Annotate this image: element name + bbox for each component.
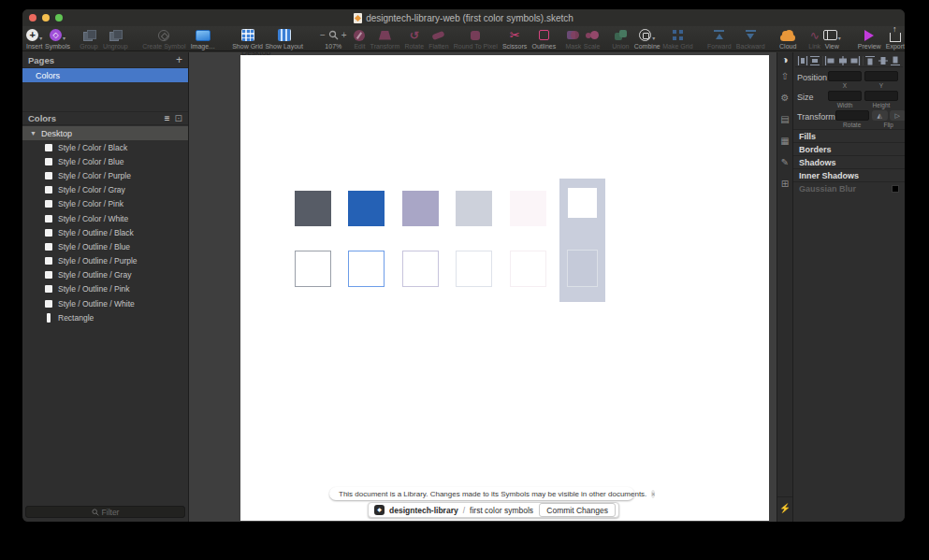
layer-item[interactable]: Style / Color / Gray xyxy=(22,183,188,197)
add-page-button[interactable]: + xyxy=(176,54,182,65)
toolbar-insert-button[interactable]: +▾ Insert xyxy=(26,28,43,50)
combine-icon xyxy=(639,29,651,41)
position-x-input[interactable] xyxy=(828,71,862,81)
toolbar-scissors-button[interactable]: ✂ Scissors xyxy=(502,28,527,50)
width-label: Width xyxy=(837,102,853,108)
swatch-color-purple[interactable] xyxy=(402,191,439,226)
swatch-color-gray[interactable] xyxy=(456,191,492,226)
zoom-in-button[interactable]: + xyxy=(341,31,347,40)
flip-vertical-button[interactable]: ▷ xyxy=(890,110,905,121)
toolbar-export-label: Export xyxy=(886,43,905,50)
page-item-colors[interactable]: Colors xyxy=(22,68,188,82)
shadows-section-header[interactable]: Shadows xyxy=(793,155,905,168)
swatch-outline-black[interactable] xyxy=(295,251,331,287)
align-bottom-icon[interactable] xyxy=(890,55,901,66)
layer-item[interactable]: Style / Color / Pink xyxy=(22,197,188,211)
rectangle-shape-icon xyxy=(47,313,51,323)
notes-icon[interactable]: ▤ xyxy=(777,114,792,124)
symbol-bar-top-square[interactable] xyxy=(568,188,597,218)
distribute-vertically-icon[interactable] xyxy=(809,55,820,66)
insert-artboard-icon[interactable]: ⊡ xyxy=(175,113,182,123)
symbol-bar[interactable] xyxy=(559,179,605,302)
align-left-icon[interactable] xyxy=(824,55,835,66)
toolbar-image-button[interactable]: Image… xyxy=(191,28,215,50)
layer-item[interactable]: Style / Outline / Gray xyxy=(22,268,188,282)
layer-item[interactable]: Style / Outline / Pink xyxy=(22,282,188,296)
strip-divider xyxy=(777,496,792,497)
edit-image-icon[interactable]: ✎ xyxy=(777,157,792,167)
swatch-color-pink[interactable] xyxy=(510,191,546,226)
list-view-icon[interactable]: ≡ xyxy=(165,113,170,123)
swatch-outline-blue[interactable] xyxy=(348,251,385,287)
layer-item-rectangle[interactable]: Rectangle xyxy=(22,310,188,324)
link-icon: ∿ xyxy=(810,30,820,41)
window-title: designtech-library-web (first color symb… xyxy=(366,13,573,23)
layer-item[interactable]: Style / Color / White xyxy=(22,211,188,225)
fullscreen-window-button[interactable] xyxy=(55,14,63,22)
align-middle-icon[interactable] xyxy=(878,55,889,66)
align-top-icon[interactable] xyxy=(864,55,876,66)
share-icon[interactable]: ⇧ xyxy=(777,71,792,81)
add-image-icon[interactable]: ⊞ xyxy=(777,179,792,189)
toolbar-preview-button[interactable]: Preview xyxy=(858,28,881,50)
swatch-outline-pink[interactable] xyxy=(510,251,546,287)
layer-item[interactable]: Style / Color / Blue xyxy=(22,154,188,168)
layer-item[interactable]: Style / Color / Black xyxy=(22,140,188,154)
borders-section-header[interactable]: Borders xyxy=(793,142,905,155)
close-window-button[interactable] xyxy=(29,14,36,22)
chevron-down-icon: ▾ xyxy=(652,35,655,41)
position-y-input[interactable] xyxy=(864,71,898,81)
disclosure-triangle-icon[interactable]: ▼ xyxy=(30,130,36,136)
toolbar-combine-button[interactable]: ▾ Combine xyxy=(634,28,660,50)
align-center-horizontal-icon[interactable] xyxy=(837,55,849,66)
swatch-outline-purple[interactable] xyxy=(402,251,439,287)
layer-item[interactable]: Style / Outline / Purple xyxy=(22,254,188,268)
scale-icon xyxy=(586,30,599,41)
distribute-horizontally-icon[interactable] xyxy=(797,55,808,66)
show-layout-icon xyxy=(278,29,291,41)
align-right-icon[interactable] xyxy=(849,55,861,66)
appearance-toggle-icon[interactable]: ◑ xyxy=(777,53,792,66)
width-input[interactable] xyxy=(828,91,862,101)
commit-changes-button[interactable]: Commit Changes xyxy=(539,503,616,517)
symbol-square-icon xyxy=(45,229,52,237)
artboard-item-desktop[interactable]: ▼ Desktop xyxy=(22,126,188,140)
canvas[interactable]: Desktop This document is a Library. xyxy=(189,52,777,522)
gaussian-blur-section-header[interactable]: Gaussian Blur xyxy=(793,181,905,194)
toolbar-edit-button: Edit xyxy=(354,28,365,50)
symbol-square-icon xyxy=(45,215,52,223)
toolbar-export-button[interactable]: Export xyxy=(886,28,905,50)
toolbar-zoom-control[interactable]: − + 107% xyxy=(320,28,347,50)
layer-item[interactable]: Style / Color / Purple xyxy=(22,168,188,182)
toolbar-show-layout-button[interactable]: Show Layout xyxy=(265,28,302,50)
components-icon[interactable]: ▦ xyxy=(777,136,792,146)
swatch-color-blue[interactable] xyxy=(348,191,385,226)
fills-section-header[interactable]: Fills xyxy=(793,129,905,142)
zoom-out-button[interactable]: − xyxy=(320,31,326,40)
lightning-icon[interactable]: ⚡ xyxy=(777,503,792,513)
layer-item[interactable]: Style / Outline / Black xyxy=(22,225,188,239)
symbol-bar-bottom-square[interactable] xyxy=(567,250,598,287)
inner-shadows-section-header[interactable]: Inner Shadows xyxy=(793,168,905,181)
toolbar-show-layout-label: Show Layout xyxy=(265,43,302,50)
title-wrap: designtech-library-web (first color symb… xyxy=(354,13,573,23)
flip-horizontal-button[interactable]: ◭ xyxy=(872,110,888,121)
swatch-outline-gray[interactable] xyxy=(456,251,492,287)
toolbar-symbols-button[interactable]: ◇▾ Symbols xyxy=(45,28,70,50)
filter-input[interactable]: Filter xyxy=(25,506,185,518)
toolbar-cloud-button[interactable]: Cloud xyxy=(779,28,796,50)
toolbar-show-grid-button[interactable]: Show Grid xyxy=(232,28,263,50)
artboard-desktop[interactable] xyxy=(240,55,769,521)
height-input[interactable] xyxy=(864,91,898,101)
layer-item[interactable]: Style / Outline / White xyxy=(22,296,188,310)
close-notice-icon[interactable]: × xyxy=(651,490,655,498)
toolbar-outlines-button[interactable]: Outlines xyxy=(531,28,556,50)
rotate-input[interactable] xyxy=(835,110,869,121)
gaussian-blur-swatch[interactable] xyxy=(892,185,899,193)
toolbar-view-button[interactable]: ▾ View xyxy=(823,28,841,50)
minimize-window-button[interactable] xyxy=(42,14,50,22)
gear-icon[interactable]: ⚙ xyxy=(777,93,792,103)
layer-list: Style / Color / Black Style / Color / Bl… xyxy=(22,140,188,324)
swatch-color-black[interactable] xyxy=(295,191,331,226)
layer-item[interactable]: Style / Outline / Blue xyxy=(22,239,188,253)
